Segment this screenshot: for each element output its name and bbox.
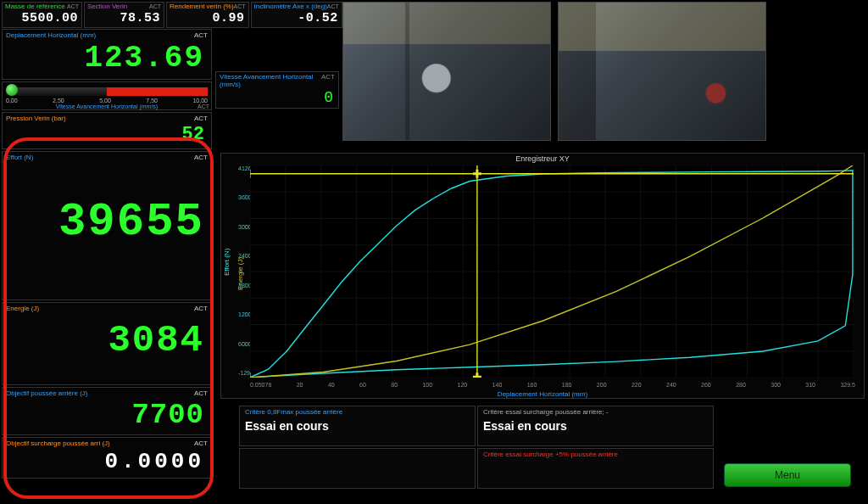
slider-red-zone <box>107 87 208 96</box>
panel-energie: Energie (J)ACT 3084 <box>2 302 212 385</box>
metric-value: 5500.00 <box>3 11 81 27</box>
camera-row <box>342 2 766 141</box>
value-pression: 52 <box>3 124 211 148</box>
value-effort: 39655 <box>3 163 211 250</box>
value-deplacement: 123.69 <box>3 41 211 79</box>
metric-value: -0.52 <box>252 11 342 27</box>
criteria-cell-1: Critère 0,8Fmax poussée arrière Essai en… <box>239 406 476 446</box>
metric-value: 0.99 <box>167 11 248 27</box>
value-objectif-poussee: 7700 <box>3 399 211 434</box>
metric-inclino: Inclinomètre Axe x (deg)ACT -0.52 <box>251 2 342 28</box>
panel-pression: Pression Verin (bar)ACT 52 <box>2 112 212 149</box>
value-energie: 3084 <box>3 314 211 363</box>
panel-vitesse-h: Vitesse Avancement Horizontal (mm/s)ACT … <box>215 71 339 109</box>
metric-masse: Masse de référenceACT 5500.00 <box>2 2 82 28</box>
metric-label: Inclinomètre Axe x (deg) <box>254 3 327 10</box>
chart-title: Enregistreur XY <box>221 154 864 163</box>
value-vitesse-h: 0 <box>216 89 338 108</box>
criteria-cell-2: Critère essai surcharge poussée arrière;… <box>477 406 714 446</box>
chart-x-label: Deplacement Horizontal (mm) <box>221 390 864 398</box>
camera-feed-1 <box>342 2 551 141</box>
chart-enregistreur-xy[interactable]: Enregistreur XY Effort (N) Energie (J) 4… <box>220 153 865 399</box>
metric-label: Section Verin <box>87 3 127 10</box>
camera-feed-2 <box>558 2 766 141</box>
slider-handle[interactable] <box>6 84 18 96</box>
panel-objectif-surcharge: Objectif surcharge poussée arri (J)ACT 0… <box>2 437 212 479</box>
chart-x-ticks: 0.05078204060801001201401601802002202402… <box>250 382 855 388</box>
criteria-cell-4: Critère essai surcharge +5% poussée arri… <box>477 448 714 489</box>
panel-effort: Effort (N)ACT 39655 <box>2 151 212 300</box>
chart-plot-area <box>250 165 854 378</box>
left-column: Deplacement Horizontal (mm)ACT 123.69 0,… <box>2 29 212 480</box>
panel-deplacement: Deplacement Horizontal (mm)ACT 123.69 <box>2 29 212 80</box>
slider-vitesse[interactable]: 0,002,505,007,5010,00 Vitesse Avancement… <box>2 81 212 110</box>
chart-y1-label: Effort (N) <box>223 249 231 276</box>
value-objectif-surcharge: 0.0000 <box>3 449 211 478</box>
metric-label: Rendement verin (%) <box>170 3 234 10</box>
metric-rendement: Rendement verin (%)ACT 0.99 <box>166 2 249 28</box>
metric-section: Section VerinACT 78.53 <box>84 2 164 28</box>
metric-value: 78.53 <box>85 11 164 27</box>
panel-objectif-poussee: Objectif poussée arrière (J)ACT 7700 <box>2 387 212 435</box>
menu-button[interactable]: Menu <box>724 463 851 487</box>
criteria-grid: Critère 0,8Fmax poussée arrière Essai en… <box>239 406 714 489</box>
criteria-cell-3 <box>239 448 476 489</box>
metric-label: Masse de référence <box>5 3 65 10</box>
chart-y-ticks: 4126336000300002400018000120006000-129 <box>238 165 250 376</box>
